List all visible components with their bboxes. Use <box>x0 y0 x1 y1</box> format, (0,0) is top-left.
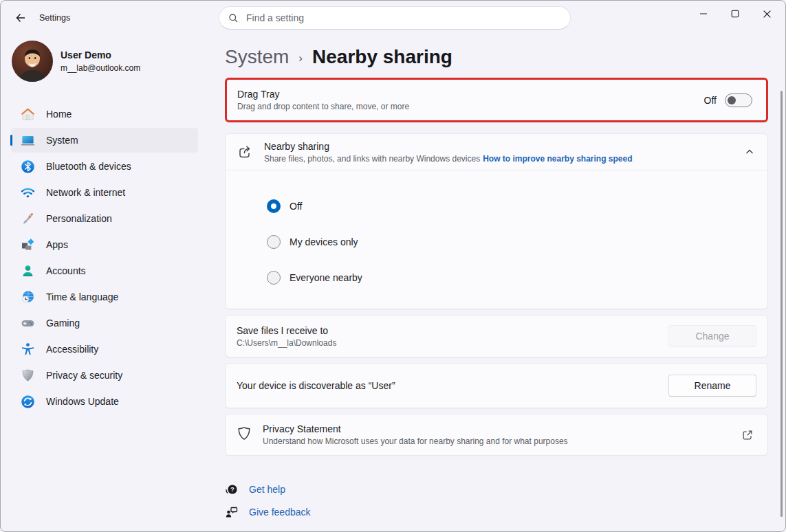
toggle-knob-icon <box>728 96 736 104</box>
sidebar-item-label: Network & internet <box>46 187 125 198</box>
sidebar-item-time-language[interactable]: Time & language <box>11 285 198 309</box>
sidebar-item-label: Accounts <box>46 265 86 276</box>
bluetooth-icon <box>21 159 35 174</box>
sidebar-item-label: Home <box>46 109 72 120</box>
privacy-description: Understand how Microsoft uses your data … <box>263 436 568 446</box>
home-icon <box>21 107 35 122</box>
avatar <box>12 41 53 82</box>
sidebar-item-gaming[interactable]: Gaming <box>11 311 198 335</box>
breadcrumb: System › Nearby sharing <box>225 41 768 72</box>
sidebar-item-label: Gaming <box>46 318 80 329</box>
sidebar-item-label: Bluetooth & devices <box>46 161 131 172</box>
back-arrow-icon <box>15 12 26 23</box>
privacy-text: Privacy Statement Understand how Microso… <box>263 423 568 446</box>
radio-option-off[interactable]: Off <box>267 188 767 224</box>
sidebar-item-personalization[interactable]: Personalization <box>11 206 198 231</box>
nearby-sharing-card: Nearby sharing Share files, photos, and … <box>225 133 768 309</box>
sidebar-item-windows-update[interactable]: Windows Update <box>11 389 198 414</box>
profile-email: m__lab@outlook.com <box>61 63 140 73</box>
radio-button-icon[interactable] <box>267 199 281 213</box>
radio-option-label: Off <box>290 201 302 212</box>
back-button[interactable] <box>10 9 32 27</box>
maximize-button[interactable] <box>719 1 751 27</box>
give-feedback-link[interactable]: Give feedback <box>249 507 311 518</box>
nearby-sharing-title: Nearby sharing <box>264 141 633 152</box>
maximize-icon <box>731 10 739 18</box>
search-input[interactable] <box>245 12 561 24</box>
sidebar-item-bluetooth-devices[interactable]: Bluetooth & devices <box>11 154 198 179</box>
window-controls <box>688 1 783 27</box>
get-help-link[interactable]: Get help <box>249 484 285 495</box>
breadcrumb-separator-icon: › <box>298 52 303 65</box>
give-feedback-row[interactable]: Give feedback <box>225 503 768 521</box>
drag-tray-toggle[interactable] <box>725 93 752 107</box>
windows-update-icon <box>21 395 35 409</box>
minimize-button[interactable] <box>688 1 719 27</box>
personalization-icon <box>21 212 35 226</box>
profile-name: User Demo <box>61 49 140 60</box>
sidebar-item-accessibility[interactable]: Accessibility <box>11 337 198 362</box>
search-box[interactable] <box>219 6 571 30</box>
nearby-sharing-header[interactable]: Nearby sharing Share files, photos, and … <box>226 134 767 170</box>
profile[interactable]: User Demo m__lab@outlook.com <box>12 41 140 82</box>
close-button[interactable] <box>751 1 783 27</box>
page-title: Nearby sharing <box>312 46 452 68</box>
radio-option-label: My devices only <box>290 236 358 247</box>
time-language-icon <box>21 290 35 304</box>
main-content: System › Nearby sharing Drag Tray Drag a… <box>225 34 768 526</box>
sidebar-item-accounts[interactable]: Accounts <box>11 258 198 283</box>
share-icon <box>237 144 253 160</box>
save-files-path: C:\Users\m__la\Downloads <box>237 338 336 348</box>
radio-option-everyone-nearby[interactable]: Everyone nearby <box>267 260 767 296</box>
radio-button-icon[interactable] <box>267 271 281 285</box>
accounts-icon <box>21 264 35 278</box>
scrollbar[interactable] <box>780 91 783 517</box>
drag-tray-card: Drag Tray Drag and drop content to share… <box>225 78 768 122</box>
get-help-row[interactable]: ? Get help <box>225 480 768 498</box>
app-title: Settings <box>39 13 70 23</box>
drag-tray-text: Drag Tray Drag and drop content to share… <box>237 89 409 111</box>
privacy-title: Privacy Statement <box>263 423 568 434</box>
sidebar-item-label: Windows Update <box>46 396 119 407</box>
change-button[interactable]: Change <box>668 325 756 347</box>
minimize-icon <box>699 10 708 18</box>
profile-text: User Demo m__lab@outlook.com <box>61 49 140 73</box>
accessibility-icon <box>21 342 35 357</box>
save-files-card: Save files I receive to C:\Users\m__la\D… <box>225 315 768 357</box>
network-icon <box>21 186 35 200</box>
nearby-sharing-options: OffMy devices onlyEveryone nearby <box>226 170 767 309</box>
sidebar-item-apps[interactable]: Apps <box>11 232 198 257</box>
discoverable-text: Your device is discoverable as “User” <box>237 380 395 391</box>
svg-text:?: ? <box>230 485 234 493</box>
radio-button-icon[interactable] <box>267 235 281 249</box>
discoverable-card: Your device is discoverable as “User” Re… <box>225 363 768 408</box>
close-icon <box>763 10 772 19</box>
system-icon <box>21 133 35 148</box>
feedback-person-icon <box>225 505 239 519</box>
external-link-icon[interactable] <box>741 429 754 441</box>
sidebar-item-label: System <box>46 135 78 146</box>
sidebar-item-label: Accessibility <box>46 344 98 355</box>
save-files-text: Save files I receive to C:\Users\m__la\D… <box>237 325 336 348</box>
sidebar-item-label: Apps <box>46 239 68 250</box>
sidebar-item-privacy-security[interactable]: Privacy & security <box>11 363 198 388</box>
nearby-sharing-description: Share files, photos, and links with near… <box>264 154 633 164</box>
privacy-statement-card[interactable]: Privacy Statement Understand how Microso… <box>225 414 768 456</box>
nearby-sharing-text: Nearby sharing Share files, photos, and … <box>264 141 633 164</box>
help-chat-icon: ? <box>225 483 239 496</box>
chevron-up-icon[interactable] <box>745 147 754 157</box>
radio-option-my-devices-only[interactable]: My devices only <box>267 224 767 260</box>
gaming-icon <box>21 316 35 331</box>
rename-button[interactable]: Rename <box>668 375 756 397</box>
breadcrumb-parent[interactable]: System <box>225 46 289 68</box>
improve-speed-link[interactable]: How to improve nearby sharing speed <box>483 154 632 164</box>
sidebar-item-network-internet[interactable]: Network & internet <box>11 180 198 205</box>
sidebar-item-system[interactable]: System <box>11 128 198 153</box>
sidebar-item-label: Privacy & security <box>46 370 122 381</box>
sidebar-item-home[interactable]: Home <box>11 102 198 126</box>
drag-tray-description: Drag and drop content to share, move, or… <box>237 102 409 111</box>
sidebar-item-label: Time & language <box>46 291 118 302</box>
search-icon <box>228 13 239 23</box>
drag-tray-toggle-label: Off <box>704 95 717 106</box>
titlebar: Settings <box>1 1 785 34</box>
